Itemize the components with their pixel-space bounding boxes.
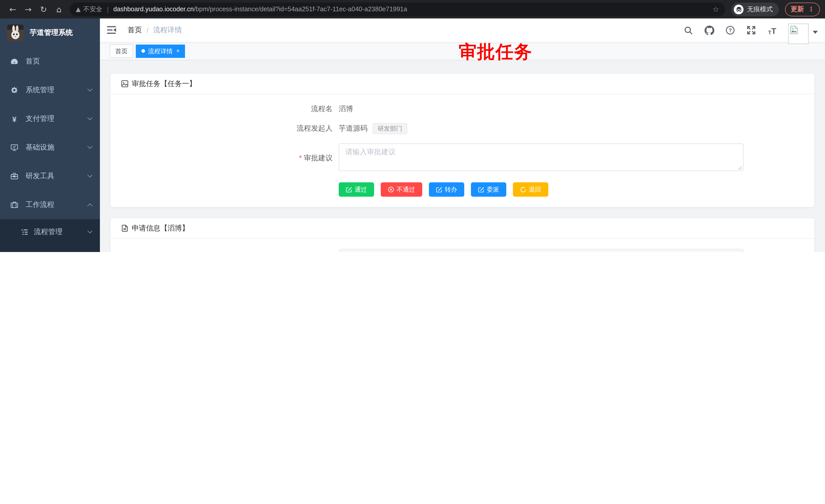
return-button[interactable]: 退回 <box>513 182 548 197</box>
close-tab-icon[interactable]: × <box>176 48 179 54</box>
breadcrumb-home[interactable]: 首页 <box>128 26 142 35</box>
caret-down-icon[interactable] <box>813 31 818 34</box>
form-row-text: *单行文本 <box>121 249 804 252</box>
sidebar-item-workflow[interactable]: 工作流程 <box>0 190 100 219</box>
app-logo <box>7 24 23 41</box>
breadcrumb-current: 流程详情 <box>153 26 182 35</box>
browser-forward-button[interactable]: → <box>20 4 36 14</box>
github-icon[interactable] <box>704 25 714 35</box>
field-label: 流程发起人 <box>121 124 339 133</box>
card-title: 审批任务【任务一】 <box>132 74 196 94</box>
process-name-value: 滔博 <box>339 104 353 114</box>
tab-label: 首页 <box>115 45 128 57</box>
document-icon <box>121 224 129 232</box>
card-title: 申请信息【滔博】 <box>132 218 189 238</box>
chevron-down-icon <box>87 115 92 120</box>
required-asterisk: * <box>299 154 302 162</box>
bookmark-star-icon[interactable]: ☆ <box>712 5 719 13</box>
initiator-value: 芋道源码 研发部门 <box>339 123 407 134</box>
sidebar-item-payment[interactable]: ¥ 支付管理 <box>0 104 100 133</box>
approve-task-card: 审批任务【任务一】 流程名 滔博 流程发起人 芋道源码 研发部门 <box>110 73 815 207</box>
search-icon[interactable] <box>683 25 693 35</box>
form-row-process-name: 流程名 滔博 <box>121 104 804 114</box>
chevron-down-icon <box>87 172 92 177</box>
incognito-label: 无痕模式 <box>747 5 773 14</box>
not-secure-icon: ▲ <box>76 6 80 13</box>
breadcrumb: 首页 / 流程详情 <box>128 26 182 35</box>
form-row-opinion: *审批建议 <box>121 144 804 173</box>
tab-home[interactable]: 首页 <box>110 44 133 58</box>
sidebar-item-label: 流程管理 <box>34 228 63 237</box>
font-size-icon[interactable]: TT <box>767 25 777 35</box>
chevron-down-icon <box>87 86 92 91</box>
picture-icon <box>121 80 129 88</box>
sidebar-item-label: 工作流程 <box>26 200 54 209</box>
tab-process-detail[interactable]: 流程详情 × <box>136 44 185 58</box>
collapse-sidebar-icon[interactable] <box>107 26 119 35</box>
workflow-submenu: 流程管理 任务管理 我的流程 <box>0 219 100 252</box>
address-bar[interactable]: ▲ 不安全 | dashboard.yudao.iocoder.cn/bpm/p… <box>70 2 725 16</box>
fullscreen-icon[interactable] <box>746 25 756 35</box>
sidebar-item-label: 基础设施 <box>26 143 54 152</box>
browser-reload-button[interactable]: ↻ <box>36 4 51 14</box>
approve-button[interactable]: 通过 <box>339 182 374 197</box>
yen-icon: ¥ <box>10 115 18 123</box>
transfer-button[interactable]: 转办 <box>429 182 464 197</box>
help-icon[interactable]: ? <box>725 25 735 35</box>
browser-back-button[interactable]: ← <box>5 4 20 14</box>
field-label: *审批建议 <box>121 154 339 163</box>
opinion-textarea[interactable] <box>339 144 744 171</box>
sidebar-item-label: 支付管理 <box>26 114 54 123</box>
screen: ← → ↻ ⌂ ▲ 不安全 | dashboard.yudao.iocoder.… <box>0 0 825 252</box>
navbar-actions: ? TT <box>683 18 818 44</box>
list-icon <box>20 228 29 236</box>
card-body: 流程名 滔博 流程发起人 芋道源码 研发部门 *审批建议 <box>111 94 814 207</box>
svg-text:?: ? <box>729 27 732 33</box>
initiator-name: 芋道源码 <box>339 124 367 133</box>
sidebar: 芋道管理系统 首页 系统管理 ¥ 支付管理 <box>0 18 100 252</box>
active-tab-dot <box>141 49 145 53</box>
browser-home-button[interactable]: ⌂ <box>51 4 67 14</box>
user-menu[interactable] <box>788 23 818 44</box>
single-line-text-input[interactable] <box>339 249 744 252</box>
dept-tag: 研发部门 <box>373 123 407 134</box>
app-title: 芋道管理系统 <box>30 28 73 37</box>
sidebar-item-label: 首页 <box>26 57 40 66</box>
card-header: 申请信息【滔博】 <box>111 218 814 239</box>
url-domain: dashboard.yudao.iocoder.cn <box>113 6 194 13</box>
app-logo-row[interactable]: 芋道管理系统 <box>0 18 100 47</box>
browser-update-button[interactable]: 更新 ⋮ <box>785 2 820 16</box>
apply-info-card: 申请信息【滔博】 *单行文本 *多选框组 <box>110 218 815 252</box>
tags-view: 首页 流程详情 × <box>100 42 825 61</box>
incognito-icon <box>734 4 744 14</box>
dashboard-icon <box>10 57 18 66</box>
avatar[interactable] <box>788 23 809 44</box>
tab-label: 流程详情 <box>148 45 173 57</box>
browser-menu-icon[interactable]: ⋮ <box>808 7 814 12</box>
omnibox-divider: | <box>107 5 108 13</box>
chevron-up-icon <box>87 203 92 208</box>
briefcase-icon <box>10 201 18 209</box>
sidebar-item-home[interactable]: 首页 <box>0 47 100 76</box>
navbar: 首页 / 流程详情 ? T <box>100 18 825 42</box>
field-label: 流程名 <box>121 104 339 114</box>
url-path: /bpm/process-instance/detail?id=54aa251f… <box>194 6 407 13</box>
delegate-button[interactable]: 委派 <box>471 182 506 197</box>
sidebar-item-task-mgmt[interactable]: 任务管理 <box>0 245 100 252</box>
sidebar-item-infrastructure[interactable]: 基础设施 <box>0 133 100 162</box>
form-row-initiator: 流程发起人 芋道源码 研发部门 <box>121 123 804 134</box>
security-label[interactable]: 不安全 <box>83 5 102 14</box>
sidebar-item-label: 研发工具 <box>26 172 54 181</box>
sidebar-item-system[interactable]: 系统管理 <box>0 76 100 104</box>
browser-toolbar: ← → ↻ ⌂ ▲ 不安全 | dashboard.yudao.iocoder.… <box>0 0 825 18</box>
sidebar-item-label: 系统管理 <box>26 86 54 95</box>
reject-button[interactable]: 不通过 <box>381 182 422 197</box>
sidebar-item-devtools[interactable]: 研发工具 <box>0 162 100 190</box>
card-body: *单行文本 *多选框组 选项一 <box>111 239 814 252</box>
monitor-icon <box>10 144 18 152</box>
incognito-badge: 无痕模式 <box>731 2 779 16</box>
page-content: 审批任务【任务一】 流程名 滔博 流程发起人 芋道源码 研发部门 <box>100 61 825 252</box>
chevron-down-icon <box>87 228 92 233</box>
breadcrumb-separator: / <box>147 26 149 34</box>
sidebar-item-process-mgmt[interactable]: 流程管理 <box>0 219 100 245</box>
